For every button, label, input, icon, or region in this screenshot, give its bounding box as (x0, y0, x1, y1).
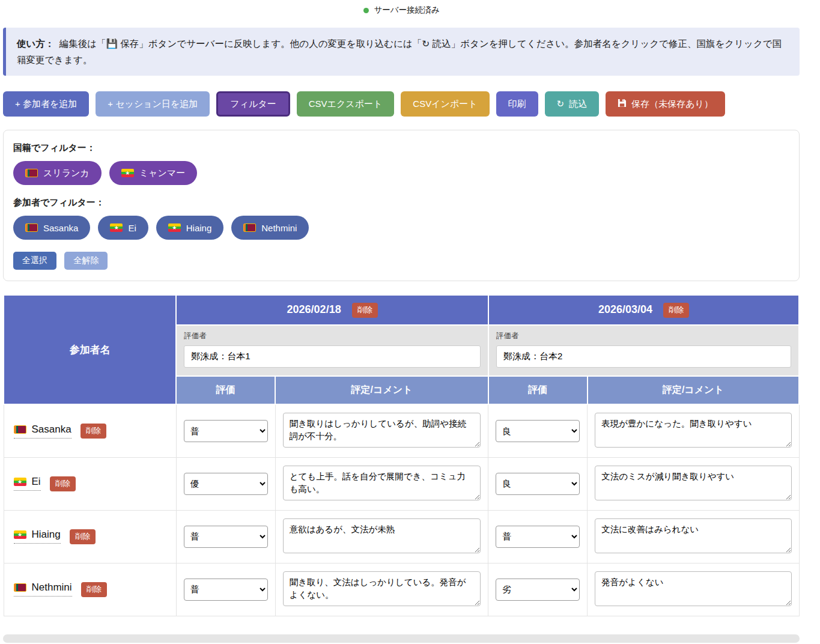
participant-pill-hiaing[interactable]: Hiaing (156, 216, 224, 240)
comment-textarea[interactable]: 聞き取り、文法はしっかりしている。発音がよくない。 (283, 571, 481, 606)
participant-flag-icon[interactable] (14, 478, 26, 486)
participant-row: Nethmini 削除 普 聞き取り、文法はしっかりしている。発音がよくない。 … (4, 563, 799, 616)
comment-textarea[interactable]: 発音がよくない (595, 571, 791, 606)
participant-name[interactable]: Ei (32, 476, 41, 488)
evaluator-input-2[interactable] (496, 345, 791, 368)
participant-flag-icon[interactable] (14, 425, 26, 434)
participant-row: Hiaing 削除 普 意欲はあるが、文法が未熟 普 (4, 510, 799, 563)
rating-cell: 普 (176, 510, 275, 563)
comment-cell: 文法に改善はみられない (588, 510, 799, 563)
rating-cell: 普 (176, 563, 275, 616)
comment-textarea[interactable]: 文法のミスが減り聞き取りやすい (595, 466, 791, 500)
usage-text: 編集後は「💾 保存」ボタンでサーバーに反映します。他の人の変更を取り込むには「↻… (17, 38, 782, 65)
rating-select[interactable]: 普 (184, 579, 268, 601)
participant-name-cell: Hiaing 削除 (4, 510, 176, 563)
rating-cell: 良 (488, 404, 588, 457)
save-button[interactable]: 保存（未保存あり） (606, 91, 725, 117)
evaluator-input-1[interactable] (184, 345, 481, 368)
myanmar-flag-icon (121, 169, 134, 177)
csv-export-button[interactable]: CSVエクスポート (297, 91, 395, 117)
comment-textarea[interactable]: 表現が豊かになった。聞き取りやすい (595, 413, 791, 448)
delete-session-button-1[interactable]: 削除 (352, 303, 378, 318)
participant-pill-sasanka[interactable]: Sasanka (13, 216, 90, 240)
delete-session-button-2[interactable]: 削除 (663, 303, 689, 318)
srilanka-flag-icon (25, 169, 38, 177)
participant-row: Sasanka 削除 普 聞き取りはしっかりしているが、助詞や接続詞が不十分。 … (4, 404, 799, 457)
rating-cell: 優 (176, 457, 275, 510)
comment-textarea[interactable]: 聞き取りはしっかりしているが、助詞や接続詞が不十分。 (283, 413, 481, 448)
nationality-pill-myanmar[interactable]: ミャンマー (109, 161, 197, 185)
rating-select[interactable]: 劣 (496, 579, 580, 601)
nationality-pill-srilanka[interactable]: スリランカ (13, 161, 102, 185)
participant-flag-icon[interactable] (14, 583, 26, 592)
rating-cell: 普 (176, 404, 275, 457)
name-column-header: 参加者名 (4, 295, 176, 404)
participant-pill-label: Sasanka (43, 223, 78, 233)
rating-select[interactable]: 普 (184, 420, 268, 442)
delete-participant-button[interactable]: 削除 (50, 476, 76, 491)
nationality-pill-label: スリランカ (43, 168, 90, 179)
rating-select[interactable]: 普 (184, 526, 268, 548)
status-text: サーバー接続済み (374, 5, 440, 16)
comment-textarea[interactable]: とても上手。話を自分で展開でき、コミュ力も高い。 (283, 466, 481, 500)
rating-column-header-2: 評価 (488, 376, 588, 404)
filter-bulk-actions: 全選択 全解除 (13, 252, 789, 270)
usage-label: 使い方： (17, 38, 54, 49)
footer-bar (3, 634, 800, 643)
session-header-1: 2026/02/18 削除 (176, 295, 488, 325)
comment-cell: 意欲はあるが、文法が未熟 (275, 510, 488, 563)
filter-button[interactable]: フィルター (216, 91, 290, 117)
participant-name[interactable]: Nethmini (32, 582, 72, 594)
delete-participant-button[interactable]: 削除 (70, 529, 96, 544)
select-all-button[interactable]: 全選択 (13, 252, 56, 270)
comment-cell: 文法のミスが減り聞き取りやすい (588, 457, 799, 510)
floppy-icon (618, 99, 627, 109)
add-participant-button[interactable]: + 参加者を追加 (3, 91, 89, 117)
participant-name-wrap: Hiaing (14, 529, 61, 544)
session-date-2: 2026/03/04 (598, 303, 652, 315)
nationality-pill-label: ミャンマー (139, 168, 185, 179)
usage-info-box: 使い方： 編集後は「💾 保存」ボタンでサーバーに反映します。他の人の変更を取り込… (3, 28, 800, 76)
rating-select[interactable]: 優 (184, 473, 268, 495)
rating-select[interactable]: 普 (496, 526, 580, 548)
participant-pill-ei[interactable]: Ei (98, 216, 148, 240)
filter-panel: 国籍でフィルター： スリランカ ミャンマー 参加者でフィルター： Sasanka… (3, 130, 800, 281)
myanmar-flag-icon (110, 223, 123, 232)
rating-cell: 普 (488, 510, 588, 563)
evaluator-cell-2: 評価者 (488, 325, 799, 376)
session-date-1: 2026/02/18 (287, 303, 341, 315)
comment-cell: 表現が豊かになった。聞き取りやすい (588, 404, 799, 457)
evaluation-table: 参加者名 2026/02/18 削除 2026/03/04 削除 評価者 評価者 (3, 294, 800, 616)
delete-participant-button[interactable]: 削除 (81, 582, 107, 597)
participant-name[interactable]: Sasanka (32, 424, 71, 436)
rating-select[interactable]: 良 (496, 473, 580, 495)
comment-textarea[interactable]: 意欲はあるが、文法が未熟 (283, 518, 481, 553)
comment-column-header-2: 評定/コメント (588, 376, 799, 404)
rating-cell: 劣 (488, 563, 588, 616)
rating-select[interactable]: 良 (496, 420, 580, 442)
participant-row: Ei 削除 優 とても上手。話を自分で展開でき、コミュ力も高い。 良 (4, 457, 799, 510)
print-button[interactable]: 印刷 (496, 91, 538, 117)
session-header-2: 2026/03/04 削除 (488, 295, 799, 325)
comment-column-header-1: 評定/コメント (275, 376, 488, 404)
toolbar: + 参加者を追加 + セッション日を追加 フィルター CSVエクスポート CSV… (3, 91, 800, 117)
csv-import-button[interactable]: CSVインポート (401, 91, 489, 117)
participant-name-cell: Sasanka 削除 (4, 404, 176, 457)
participant-pill-label: Nethmini (261, 223, 297, 233)
participant-name-wrap: Nethmini (14, 582, 72, 597)
comment-cell: 聞き取り、文法はしっかりしている。発音がよくない。 (275, 563, 488, 616)
clear-all-button[interactable]: 全解除 (64, 252, 108, 270)
reload-button[interactable]: ↻ 読込 (545, 91, 600, 117)
participant-pill-nethmini[interactable]: Nethmini (231, 216, 309, 240)
participant-filter-label: 参加者でフィルター： (13, 197, 789, 208)
participant-flag-icon[interactable] (14, 530, 26, 539)
evaluator-label: 評価者 (184, 331, 481, 341)
delete-participant-button[interactable]: 削除 (80, 424, 106, 439)
myanmar-flag-icon (168, 223, 181, 232)
comment-textarea[interactable]: 文法に改善はみられない (595, 518, 791, 553)
participant-name[interactable]: Hiaing (32, 529, 61, 541)
add-session-button[interactable]: + セッション日を追加 (96, 91, 210, 117)
participant-name-cell: Nethmini 削除 (4, 563, 176, 616)
evaluator-label: 評価者 (496, 331, 791, 341)
participant-name-wrap: Sasanka (14, 424, 71, 439)
